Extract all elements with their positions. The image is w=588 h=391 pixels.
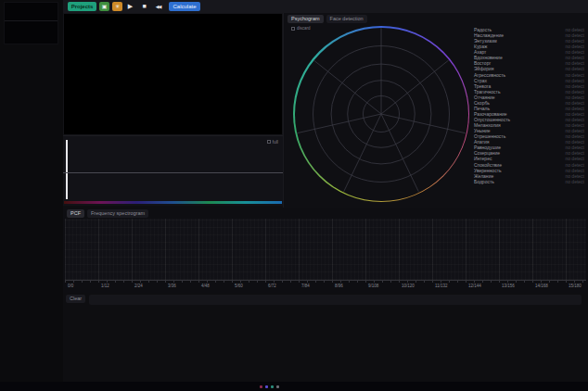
tab-frequency-spectrogram[interactable]: Frequency spectrogram [87, 209, 148, 218]
tick-label: 10/120 [402, 284, 415, 288]
clear-track-bar [89, 295, 582, 305]
sidebar-panel [4, 2, 58, 44]
rewind-icon[interactable]: ◀◀ [152, 2, 164, 11]
video-preview [63, 13, 283, 135]
tab-face-detection[interactable]: Face detection [326, 15, 367, 23]
tick-label: 2/24 [134, 284, 143, 288]
tick-label: 12/144 [468, 284, 481, 288]
projects-button[interactable]: Projects [68, 2, 96, 11]
tick-label: 1/12 [101, 284, 109, 288]
analysis-tabbar: Psychogram Face detection [284, 13, 588, 24]
clear-button[interactable]: Clear [66, 295, 85, 303]
full-checkbox-label: full [273, 139, 278, 145]
playhead-marker[interactable] [66, 140, 68, 199]
spectrogram-tabbar: PCF Frequency spectrogram [63, 208, 588, 219]
psychogram-spoke [381, 60, 449, 114]
checkbox-icon[interactable] [267, 140, 271, 144]
emotion-status: no detect [565, 179, 586, 184]
star-icon[interactable]: ✳ [112, 2, 122, 11]
emotion-list: Радостьno detectНаслаждениеno detectЭнту… [471, 27, 586, 184]
play-icon[interactable]: ▶ [124, 2, 136, 11]
app-window: Projects ▣ ✳ ▶ ■ ◀◀ Calculate full Psych… [0, 0, 588, 391]
waveform-color-strip [64, 201, 282, 204]
psychogram-spoke [313, 60, 381, 114]
spectrogram-timeline[interactable] [65, 219, 586, 280]
tick-label: 14/168 [535, 284, 548, 288]
analysis-panel: Psychogram Face detection discard Радост… [283, 13, 588, 208]
tick-label: 6/72 [268, 284, 276, 288]
tick-label: 8/96 [335, 284, 343, 288]
stop-icon[interactable]: ■ [138, 2, 150, 11]
taskbar-glyphs [260, 385, 279, 388]
tab-pcf[interactable]: PCF [67, 209, 84, 218]
tick-label: 11/132 [435, 284, 447, 288]
tick-label: 15/180 [569, 284, 582, 288]
full-checkbox[interactable]: full [267, 139, 278, 145]
clear-section: Clear [63, 293, 588, 309]
spectrogram-axis [65, 280, 586, 283]
image-icon[interactable]: ▣ [99, 2, 109, 11]
tick-label: 7/84 [301, 284, 310, 288]
tick-label: 5/60 [235, 284, 243, 288]
psychogram-chart [293, 26, 469, 202]
tick-label: 3/36 [168, 284, 176, 288]
toolbar: Projects ▣ ✳ ▶ ■ ◀◀ Calculate [63, 0, 588, 13]
psychogram-spoke [297, 114, 381, 133]
waveform-panel[interactable]: full [63, 135, 283, 206]
psychogram-grid [293, 26, 469, 202]
tick-label: 4/48 [201, 284, 210, 288]
tab-psychogram[interactable]: Psychogram [288, 15, 324, 23]
tick-label: 13/156 [502, 284, 515, 288]
sidebar-panel-divider [5, 3, 58, 21]
spectrogram-tick-labels: 0/01/122/243/364/485/606/727/848/969/108… [65, 284, 586, 291]
psychogram-spoke [381, 114, 466, 133]
emotion-row: Бодростьno detect [471, 179, 586, 184]
sidebar [0, 0, 63, 391]
calculate-button[interactable]: Calculate [169, 2, 200, 11]
waveform-zero-line [63, 172, 283, 173]
emotion-label: Бодрость [471, 179, 494, 184]
tick-label: 9/108 [368, 284, 378, 288]
tick-label: 0/0 [68, 284, 73, 288]
spectrogram-section: PCF Frequency spectrogram 0/01/122/243/3… [63, 208, 588, 293]
bottom-bar [0, 382, 588, 391]
